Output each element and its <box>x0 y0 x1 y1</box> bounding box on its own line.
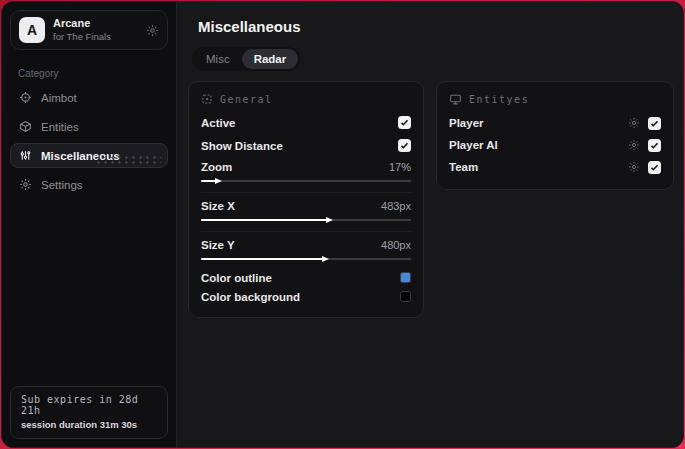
sidebar-item-label: Settings <box>41 179 83 191</box>
divider <box>201 231 411 232</box>
tab-misc[interactable]: Misc <box>194 49 242 69</box>
sliders-icon <box>19 149 32 162</box>
gear-icon[interactable] <box>628 161 640 173</box>
size-y-slider[interactable] <box>201 254 411 264</box>
general-panel: General Active Show Distance Z <box>188 81 424 318</box>
entity-row-team: Team <box>449 156 661 178</box>
general-panel-title: General <box>220 94 273 105</box>
entity-label: Team <box>449 161 478 173</box>
slider-label: Zoom <box>201 161 232 173</box>
entity-row-player-ai: Player AI <box>449 134 661 156</box>
cube-icon <box>19 120 32 133</box>
player-ai-checkbox[interactable] <box>648 139 661 152</box>
selected-item-dots-decoration <box>95 155 161 164</box>
size-x-slider[interactable] <box>201 215 411 225</box>
sidebar-item-settings[interactable]: Settings <box>10 172 168 197</box>
checkmark-icon <box>650 119 659 128</box>
gear-icon[interactable] <box>146 24 159 37</box>
brand-card: A Arcane for The Finals <box>10 10 168 50</box>
active-checkbox[interactable] <box>398 116 411 129</box>
brand-name: Arcane <box>53 17 138 31</box>
entities-panel-title: Entityes <box>469 94 529 105</box>
brand-logo: A <box>19 17 45 43</box>
sidebar-item-aimbot[interactable]: Aimbot <box>10 85 168 110</box>
toggle-row-show-distance: Show Distance <box>201 134 411 157</box>
size-y-slider-group: Size Y 480px <box>201 235 411 268</box>
checkmark-icon <box>650 141 659 150</box>
sidebar-item-miscellaneous[interactable]: Miscellaneous <box>10 143 168 168</box>
brand-subtitle: for The Finals <box>53 31 138 43</box>
color-background-swatch[interactable] <box>400 291 411 302</box>
category-label: Category <box>18 68 160 79</box>
sidebar-item-entities[interactable]: Entities <box>10 114 168 139</box>
toggle-row-active: Active <box>201 111 411 134</box>
toggle-label: Active <box>201 117 236 129</box>
sidebar: A Arcane for The Finals Category <box>2 2 177 447</box>
color-background-row: Color background <box>201 287 411 306</box>
checkmark-icon <box>650 163 659 172</box>
slider-value: 17% <box>389 161 411 173</box>
sidebar-nav: Aimbot Entities Miscellaneous <box>2 85 176 197</box>
color-label: Color background <box>201 291 300 303</box>
slider-thumb[interactable] <box>201 219 327 221</box>
session-duration: session duration 31m 30s <box>21 419 157 430</box>
size-x-slider-group: Size X 483px <box>201 196 411 229</box>
entity-label: Player <box>449 117 484 129</box>
sidebar-item-label: Entities <box>41 121 79 133</box>
app-window: A Arcane for The Finals Category <box>1 1 684 448</box>
checkmark-icon <box>400 141 409 150</box>
gear-icon <box>19 178 32 191</box>
player-checkbox[interactable] <box>648 117 661 130</box>
zoom-slider[interactable] <box>201 176 411 186</box>
color-outline-row: Color outline <box>201 268 411 287</box>
divider <box>201 192 411 193</box>
main-content: Miscellaneous Misc Radar General <box>177 2 683 447</box>
slider-value: 483px <box>381 200 411 212</box>
slider-thumb[interactable] <box>201 180 216 182</box>
tab-radar[interactable]: Radar <box>242 49 299 69</box>
show-distance-checkbox[interactable] <box>398 139 411 152</box>
color-label: Color outline <box>201 272 272 284</box>
sidebar-spacer <box>2 197 176 378</box>
subscription-expiry: Sub expires in 28d 21h <box>21 394 157 416</box>
slider-label: Size X <box>201 200 235 212</box>
page-title: Miscellaneous <box>177 2 683 35</box>
sidebar-item-label: Aimbot <box>41 92 77 104</box>
checkmark-icon <box>400 118 409 127</box>
color-outline-swatch[interactable] <box>400 272 411 283</box>
tab-bar: Misc Radar <box>192 47 300 71</box>
subscription-card: Sub expires in 28d 21h session duration … <box>10 386 168 439</box>
brand-text: Arcane for The Finals <box>53 17 138 43</box>
entity-row-player: Player <box>449 112 661 134</box>
crosshair-icon <box>19 91 32 104</box>
slider-thumb[interactable] <box>201 258 323 260</box>
monitor-icon <box>449 93 462 106</box>
panels-row: General Active Show Distance Z <box>177 71 683 318</box>
slider-value: 480px <box>381 239 411 251</box>
entities-panel-header: Entityes <box>449 90 661 112</box>
slider-track <box>201 180 411 182</box>
gear-icon[interactable] <box>628 139 640 151</box>
team-checkbox[interactable] <box>648 161 661 174</box>
slider-label: Size Y <box>201 239 235 251</box>
toggle-label: Show Distance <box>201 140 283 152</box>
entity-label: Player AI <box>449 139 498 151</box>
gear-icon[interactable] <box>628 117 640 129</box>
grid-icon <box>201 93 213 105</box>
general-panel-header: General <box>201 90 411 111</box>
zoom-slider-group: Zoom 17% <box>201 157 411 190</box>
entities-panel: Entityes Player <box>436 81 674 190</box>
